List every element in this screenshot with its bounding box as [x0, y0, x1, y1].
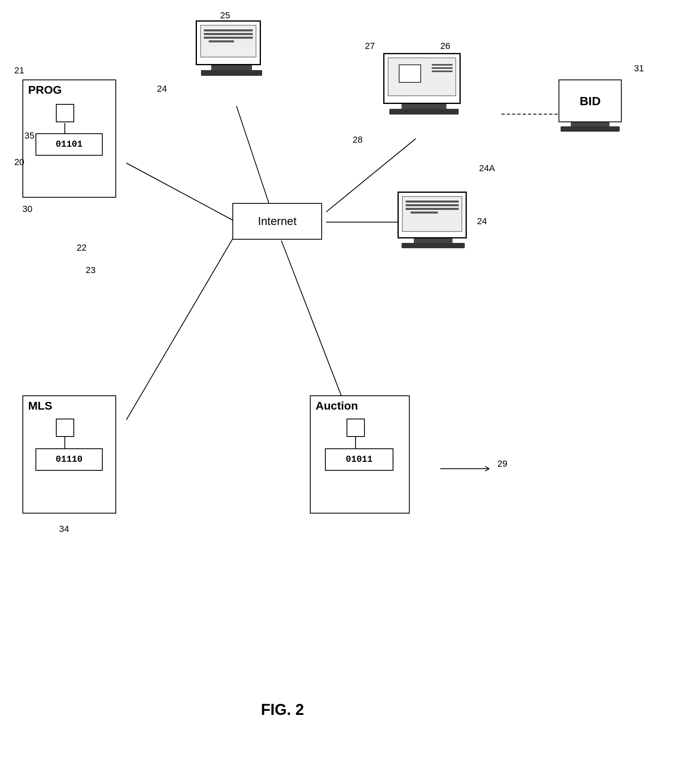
ref-27: 27 — [365, 41, 375, 51]
base-25 — [201, 70, 262, 76]
fig-label: FIG. 2 — [261, 701, 304, 719]
diagram-container: Internet PROG 01101 MLS 01110 Auction 01… — [0, 0, 700, 763]
base-right — [389, 109, 459, 115]
stand-25 — [211, 65, 252, 70]
prog-server-box: PROG 01101 — [22, 79, 116, 198]
stand-right — [402, 104, 446, 109]
bid-label: BID — [580, 94, 601, 108]
auction-data-box: 01011 — [325, 448, 393, 471]
monitor-right — [383, 53, 461, 104]
mls-small-square — [56, 419, 74, 437]
internet-box: Internet — [232, 203, 322, 240]
internet-label: Internet — [258, 215, 297, 228]
bid-box: BID — [559, 79, 622, 122]
computer-cluster-right — [383, 53, 465, 115]
prog-title: PROG — [23, 80, 115, 100]
ref-25: 25 — [220, 10, 230, 21]
mls-connector — [64, 437, 65, 448]
bid-computer-base — [561, 126, 620, 132]
monitor-right-24 — [397, 192, 467, 238]
prog-connector — [64, 123, 65, 133]
ref-24a: 24A — [479, 163, 495, 174]
ref-31: 31 — [634, 63, 644, 74]
monitor-25 — [196, 20, 261, 65]
ref-23: 23 — [86, 265, 95, 276]
svg-line-1 — [126, 232, 236, 420]
ref-29: 29 — [497, 459, 507, 469]
auction-title: Auction — [311, 396, 409, 416]
stand-right-24 — [414, 238, 453, 243]
ref-20: 20 — [14, 157, 24, 168]
auction-server-box: Auction 01011 — [310, 395, 410, 514]
auction-small-square — [347, 419, 365, 437]
screen-right-24 — [402, 196, 462, 232]
ref-22: 22 — [77, 243, 86, 253]
screen-right — [388, 57, 456, 96]
svg-line-0 — [126, 163, 236, 222]
auction-connector — [355, 437, 356, 448]
mls-data-box: 01110 — [35, 448, 103, 471]
ref-24-top: 24 — [157, 84, 167, 94]
base-right-24 — [402, 243, 465, 248]
inner-box — [399, 64, 421, 83]
bid-computer-stand — [571, 122, 609, 126]
prog-data-box: 01101 — [35, 133, 103, 156]
ref-35: 35 — [24, 130, 34, 141]
svg-line-2 — [281, 240, 351, 420]
ref-28: 28 — [353, 135, 362, 145]
svg-line-7 — [485, 466, 489, 469]
ref-30: 30 — [22, 204, 32, 214]
mls-server-box: MLS 01110 — [22, 395, 116, 514]
ref-21: 21 — [14, 65, 24, 76]
computer-right-24 — [397, 192, 469, 248]
mls-title: MLS — [23, 396, 115, 416]
ref-26: 26 — [440, 41, 450, 51]
ref-24-right: 24 — [477, 216, 487, 227]
screen-25 — [200, 25, 256, 57]
ref-34: 34 — [59, 524, 69, 534]
computer-25 — [196, 20, 267, 76]
prog-small-square — [56, 104, 74, 122]
svg-line-8 — [485, 469, 489, 471]
svg-line-3 — [236, 106, 269, 204]
